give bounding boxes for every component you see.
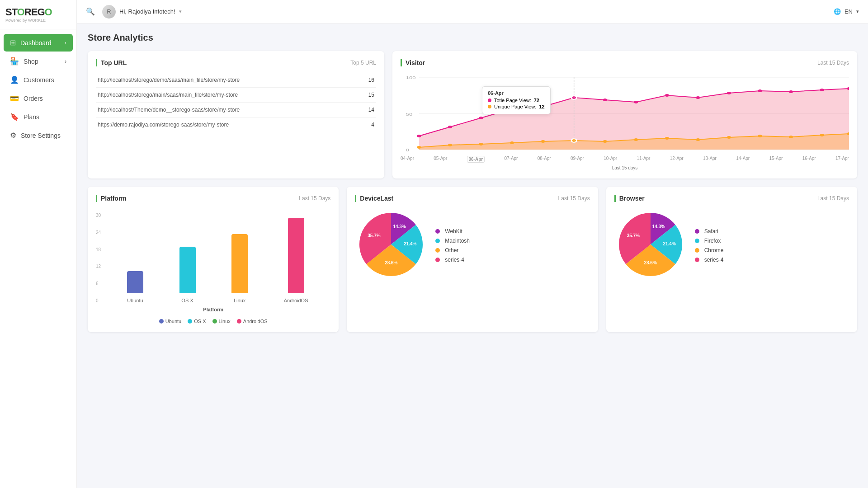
legend-dot <box>435 248 440 253</box>
language-selector[interactable]: 🌐 EN ▾ <box>834 8 859 15</box>
svg-point-15 <box>696 96 700 99</box>
visitor-x-axis: 04-Apr05-Apr06-Apr07-Apr08-Apr09-Apr10-A… <box>401 156 849 163</box>
x-label: 17-Apr <box>835 156 849 163</box>
bar-label-androidos: AndroidOS <box>284 298 308 303</box>
shop-icon: 🏪 <box>10 57 19 66</box>
device-header: DeviceLast Last 15 Days <box>355 195 590 202</box>
svg-point-18 <box>789 90 793 93</box>
bar-wrap: OS X <box>179 247 196 303</box>
svg-text:100: 100 <box>406 75 416 80</box>
svg-point-24 <box>510 141 514 144</box>
url-cell: http://localhost/storego/demo/saas/main_… <box>96 73 359 88</box>
svg-point-25 <box>541 140 545 143</box>
x-label: 16-Apr <box>802 156 816 163</box>
svg-point-28 <box>634 138 638 141</box>
customers-icon: 👤 <box>10 75 19 84</box>
legend-dot <box>435 229 440 234</box>
top-url-label: Top 5 URL <box>350 60 376 66</box>
url-table: http://localhost/storego/demo/saas/main_… <box>96 73 376 132</box>
chevron-right-icon: › <box>65 40 66 46</box>
visitor-title: Visitor <box>401 59 425 66</box>
svg-point-13 <box>634 101 638 103</box>
header-left: 🔍 R Hi, Rajodiya Infotech! ▾ <box>86 5 182 19</box>
pie-legend-item: Other <box>435 247 470 253</box>
svg-point-14 <box>665 94 669 97</box>
cards-row-bottom: Platform Last 15 Days 30 24 18 12 6 0 <box>88 187 857 332</box>
device-label: Last 15 Days <box>558 195 590 202</box>
bar-wrap: AndroidOS <box>284 218 308 303</box>
url-cell: https://demo.rajodiya.com/storego-saas/s… <box>96 117 359 132</box>
browser-pie-section: 14.3%21.4%28.6%35.7% SafariFirefoxChrome… <box>614 208 849 282</box>
sidebar-label-dashboard: Dashboard <box>20 39 52 47</box>
legend-label: AndroidOS <box>243 319 268 324</box>
svg-point-23 <box>479 143 483 145</box>
sidebar-item-shop[interactable]: 🏪 Shop › <box>4 52 73 70</box>
svg-point-31 <box>727 136 731 139</box>
x-label: 10-Apr <box>604 156 617 163</box>
settings-icon: ⚙ <box>10 131 16 140</box>
legend-dot <box>695 258 699 262</box>
sidebar-item-plans[interactable]: 🔖 Plans <box>4 108 73 126</box>
visitor-label: Last 15 Days <box>817 60 849 66</box>
sidebar-item-customers[interactable]: 👤 Customers <box>4 71 73 89</box>
svg-point-6 <box>417 135 421 137</box>
visitor-chart: 100 50 0 <box>401 73 849 154</box>
username: Hi, Rajodiya Infotech! <box>119 8 175 15</box>
legend-label: Safari <box>704 228 718 235</box>
pie-legend-item: Chrome <box>695 247 724 253</box>
sidebar-label-customers: Customers <box>24 76 54 84</box>
bar-ubuntu <box>127 271 143 293</box>
svg-point-30 <box>696 138 700 141</box>
svg-point-33 <box>789 136 793 138</box>
legend-label: WebKit <box>445 228 462 235</box>
browser-title: Browser <box>614 195 645 202</box>
svg-point-12 <box>603 99 607 101</box>
main-area: 🔍 R Hi, Rajodiya Infotech! ▾ 🌐 EN ▾ Stor… <box>77 0 868 488</box>
visitor-header: Visitor Last 15 Days <box>401 59 849 66</box>
platform-legend-label: Platform <box>96 307 330 312</box>
legend-dot <box>188 319 192 324</box>
top-url-title: Top URL <box>96 59 127 66</box>
platform-card: Platform Last 15 Days 30 24 18 12 6 0 <box>88 187 339 332</box>
count-cell: 15 <box>359 88 376 103</box>
logo: STOREGO <box>5 6 71 18</box>
logo-area: STOREGO Powered by WORKLE <box>0 0 76 29</box>
device-title: DeviceLast <box>355 195 393 202</box>
browser-pie: 14.3%21.4%28.6%35.7% <box>614 208 687 282</box>
bar-chart: Ubuntu OS X Linux AndroidOS <box>104 213 330 303</box>
orders-icon: 💳 <box>10 94 19 103</box>
svg-point-22 <box>448 144 452 146</box>
x-label: 09-Apr <box>571 156 584 163</box>
y-label-12: 12 <box>96 264 101 269</box>
svg-point-32 <box>758 135 762 137</box>
chevron-right-icon-shop: › <box>65 58 66 65</box>
legend-label: Macintosh <box>445 238 470 244</box>
svg-text:0: 0 <box>406 148 409 152</box>
legend-dot <box>695 239 699 243</box>
count-cell: 4 <box>359 117 376 132</box>
pie-legend-item: series-4 <box>435 257 470 263</box>
sidebar-item-store-settings[interactable]: ⚙ Store Settings <box>4 127 73 144</box>
plans-icon: 🔖 <box>10 113 19 121</box>
platform-header: Platform Last 15 Days <box>96 195 330 202</box>
legend-dot <box>695 248 699 253</box>
y-label-18: 18 <box>96 247 101 252</box>
visitor-card: Visitor Last 15 Days 100 50 0 <box>392 51 857 178</box>
header: 🔍 R Hi, Rajodiya Infotech! ▾ 🌐 EN ▾ <box>77 0 868 23</box>
user-menu[interactable]: R Hi, Rajodiya Infotech! ▾ <box>102 5 182 19</box>
svg-point-8 <box>479 117 483 119</box>
sidebar-nav: ⊞ Dashboard › 🏪 Shop › 👤 Customers 💳 Ord… <box>0 29 76 488</box>
sidebar-item-orders[interactable]: 💳 Orders <box>4 89 73 107</box>
x-label: 05-Apr <box>434 156 447 163</box>
legend-dot <box>212 319 217 324</box>
search-icon[interactable]: 🔍 <box>86 7 95 16</box>
y-label-24: 24 <box>96 230 101 235</box>
device-pie-svg <box>355 208 427 281</box>
svg-point-10 <box>541 105 545 108</box>
sidebar-item-dashboard[interactable]: ⊞ Dashboard › <box>4 34 73 52</box>
svg-point-19 <box>820 89 824 91</box>
browser-card: Browser Last 15 Days 14.3%21.4%28.6%35.7… <box>606 187 857 332</box>
sidebar: STOREGO Powered by WORKLE ⊞ Dashboard › … <box>0 0 77 488</box>
pie-legend-item: WebKit <box>435 228 470 235</box>
globe-icon: 🌐 <box>834 8 841 15</box>
